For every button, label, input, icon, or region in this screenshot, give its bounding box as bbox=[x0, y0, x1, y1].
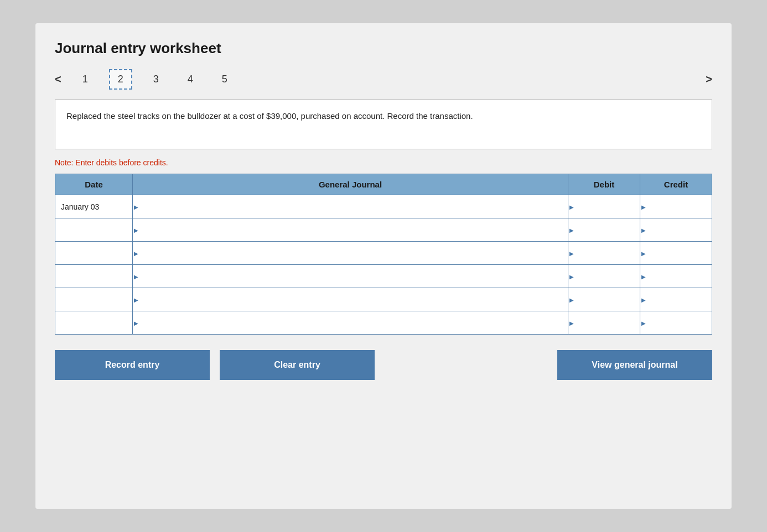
tab-3[interactable]: 3 bbox=[146, 70, 167, 88]
credit-input-3[interactable] bbox=[640, 242, 712, 264]
table-row: ▶ ▶ ▶ bbox=[55, 288, 712, 311]
arrow-icon-d5: ▶ bbox=[569, 296, 574, 302]
date-cell-3 bbox=[55, 242, 133, 265]
debit-input-6[interactable] bbox=[568, 311, 640, 334]
arrow-icon-c5: ▶ bbox=[641, 296, 646, 302]
tab-5[interactable]: 5 bbox=[214, 70, 235, 88]
arrow-icon-j2: ▶ bbox=[134, 227, 138, 233]
tab-4[interactable]: 4 bbox=[180, 70, 201, 88]
date-cell-5 bbox=[55, 288, 133, 311]
journal-input-2[interactable] bbox=[133, 218, 568, 241]
arrow-icon-c4: ▶ bbox=[641, 273, 646, 279]
arrow-icon-j3: ▶ bbox=[134, 250, 138, 256]
arrow-icon-j6: ▶ bbox=[134, 320, 138, 326]
header-journal: General Journal bbox=[133, 174, 568, 195]
description-text: Replaced the steel tracks on the bulldoz… bbox=[66, 111, 473, 121]
date-cell-6 bbox=[55, 311, 133, 335]
journal-cell-3[interactable]: ▶ bbox=[133, 242, 568, 265]
description-box: Replaced the steel tracks on the bulldoz… bbox=[55, 100, 712, 149]
view-general-journal-button[interactable]: View general journal bbox=[557, 350, 712, 380]
journal-table: Date General Journal Debit Credit Januar… bbox=[55, 174, 712, 335]
credit-cell-3[interactable]: ▶ bbox=[640, 242, 712, 265]
date-cell-2 bbox=[55, 218, 133, 242]
clear-entry-button[interactable]: Clear entry bbox=[220, 350, 375, 380]
prev-arrow[interactable]: < bbox=[55, 73, 61, 86]
arrow-icon-d3: ▶ bbox=[569, 250, 574, 256]
credit-input-5[interactable] bbox=[640, 288, 712, 311]
debit-input-4[interactable] bbox=[568, 265, 640, 288]
debit-input-5[interactable] bbox=[568, 288, 640, 311]
journal-input-6[interactable] bbox=[133, 311, 568, 334]
journal-cell-6[interactable]: ▶ bbox=[133, 311, 568, 335]
arrow-icon-j4: ▶ bbox=[134, 273, 138, 279]
arrow-icon-d1: ▶ bbox=[569, 204, 574, 210]
journal-cell-2[interactable]: ▶ bbox=[133, 218, 568, 242]
header-date: Date bbox=[55, 174, 133, 195]
table-row: January 03 ▶ ▶ ▶ bbox=[55, 195, 712, 218]
arrow-icon-c1: ▶ bbox=[641, 204, 646, 210]
header-credit: Credit bbox=[640, 174, 712, 195]
journal-input-5[interactable] bbox=[133, 288, 568, 311]
tab-1[interactable]: 1 bbox=[75, 70, 96, 88]
credit-cell-2[interactable]: ▶ bbox=[640, 218, 712, 242]
arrow-icon-j1: ▶ bbox=[134, 204, 138, 210]
tab-navigation: < 1 2 3 4 5 > bbox=[55, 69, 712, 90]
credit-cell-6[interactable]: ▶ bbox=[640, 311, 712, 335]
record-entry-button[interactable]: Record entry bbox=[55, 350, 210, 380]
worksheet-container: Journal entry worksheet < 1 2 3 4 5 > Re… bbox=[35, 23, 732, 509]
tab-2[interactable]: 2 bbox=[109, 69, 132, 90]
debit-cell-4[interactable]: ▶ bbox=[568, 265, 640, 288]
arrow-icon-d6: ▶ bbox=[569, 320, 574, 326]
table-row: ▶ ▶ ▶ bbox=[55, 218, 712, 242]
journal-cell-5[interactable]: ▶ bbox=[133, 288, 568, 311]
credit-cell-5[interactable]: ▶ bbox=[640, 288, 712, 311]
debit-cell-3[interactable]: ▶ bbox=[568, 242, 640, 265]
arrow-icon-c2: ▶ bbox=[641, 227, 646, 233]
header-debit: Debit bbox=[568, 174, 640, 195]
journal-cell-1[interactable]: ▶ bbox=[133, 195, 568, 218]
table-row: ▶ ▶ ▶ bbox=[55, 242, 712, 265]
arrow-icon-d4: ▶ bbox=[569, 273, 574, 279]
debit-cell-5[interactable]: ▶ bbox=[568, 288, 640, 311]
arrow-icon-j5: ▶ bbox=[134, 296, 138, 302]
debit-input-1[interactable] bbox=[568, 195, 640, 218]
credit-input-1[interactable] bbox=[640, 195, 712, 218]
arrow-icon-c3: ▶ bbox=[641, 250, 646, 256]
journal-input-1[interactable] bbox=[133, 195, 568, 218]
credit-cell-4[interactable]: ▶ bbox=[640, 265, 712, 288]
note-text: Note: Enter debits before credits. bbox=[55, 158, 712, 167]
journal-input-3[interactable] bbox=[133, 242, 568, 264]
credit-input-2[interactable] bbox=[640, 218, 712, 241]
table-row: ▶ ▶ ▶ bbox=[55, 265, 712, 288]
credit-input-4[interactable] bbox=[640, 265, 712, 288]
buttons-row: Record entry Clear entry View general jo… bbox=[55, 350, 712, 380]
debit-cell-1[interactable]: ▶ bbox=[568, 195, 640, 218]
credit-cell-1[interactable]: ▶ bbox=[640, 195, 712, 218]
next-arrow[interactable]: > bbox=[706, 73, 712, 86]
date-cell-4 bbox=[55, 265, 133, 288]
table-row: ▶ ▶ ▶ bbox=[55, 311, 712, 335]
arrow-icon-d2: ▶ bbox=[569, 227, 574, 233]
debit-input-2[interactable] bbox=[568, 218, 640, 241]
debit-cell-6[interactable]: ▶ bbox=[568, 311, 640, 335]
journal-cell-4[interactable]: ▶ bbox=[133, 265, 568, 288]
credit-input-6[interactable] bbox=[640, 311, 712, 334]
debit-cell-2[interactable]: ▶ bbox=[568, 218, 640, 242]
journal-input-4[interactable] bbox=[133, 265, 568, 288]
arrow-icon-c6: ▶ bbox=[641, 320, 646, 326]
debit-input-3[interactable] bbox=[568, 242, 640, 264]
date-cell-1: January 03 bbox=[55, 195, 133, 218]
worksheet-title: Journal entry worksheet bbox=[55, 40, 712, 57]
